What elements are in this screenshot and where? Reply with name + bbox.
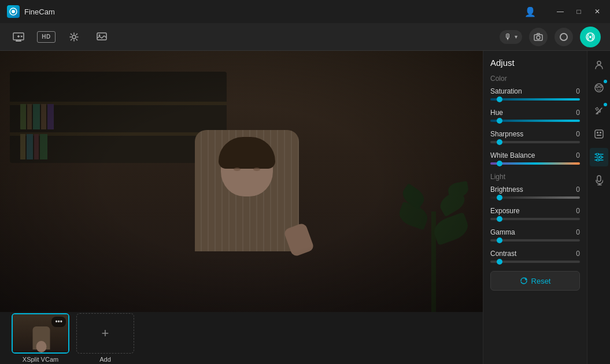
close-button[interactable]: ✕ [591,8,603,16]
wb-thumb[interactable] [497,161,502,166]
brightness-track[interactable] [490,196,580,199]
sharpness-label: Sharpness [490,130,523,138]
mic-chevron: ▾ [515,34,517,40]
svg-point-7 [537,36,540,39]
video-content [0,51,483,312]
svg-point-11 [595,84,603,92]
person [195,124,299,312]
camera-thumb-xsplit[interactable]: ••• [12,313,69,354]
person-head [221,142,273,196]
hue-header: Hue 0 [490,109,580,117]
gamma-value: 0 [576,228,580,236]
video-area: ••• XSplit VCam + Add [0,51,483,364]
gamma-slider-row: Gamma 0 [490,228,580,242]
svg-rect-16 [600,132,601,133]
add-camera-label: Add [99,356,111,363]
sharpness-slider-row: Sharpness 0 [490,130,580,143]
hue-thumb[interactable] [497,118,502,124]
contrast-value: 0 [576,250,580,258]
brightness-slider-row: Brightness 0 [490,185,580,199]
wb-slider-row: White Balance 0 [490,151,580,165]
right-panel: Adjust Color Saturation 0 Hue 0 [483,51,610,364]
camera-item: ••• XSplit VCam [12,313,69,363]
wb-header: White Balance 0 [490,151,580,159]
contrast-header: Contrast 0 [490,250,580,258]
plant-leaf-1 [431,212,471,246]
book [20,134,25,159]
adjust-title: Adjust [490,58,580,68]
wb-label: White Balance [490,151,535,159]
hue-track[interactable] [490,120,580,122]
contrast-slider-row: Contrast 0 [490,250,580,263]
light-section-label: Light [490,173,580,181]
gamma-header: Gamma 0 [490,228,580,236]
svg-point-9 [589,36,591,38]
titlebar-left: FineCam [7,5,55,18]
books-row-1 [20,104,54,129]
svg-rect-15 [597,132,598,133]
person-side-icon[interactable] [590,55,608,74]
book [27,134,33,159]
camera-strip: ••• XSplit VCam + Add [0,312,483,364]
sharpness-thumb[interactable] [497,139,502,145]
wb-track[interactable] [490,162,580,165]
app-logo [7,5,20,18]
record-button[interactable] [554,28,573,46]
titlebar: FineCam 👤 — □ ✕ [0,0,610,23]
brightness-thumb[interactable] [497,195,502,200]
gamma-track[interactable] [490,239,580,242]
thumb-menu-button[interactable]: ••• [51,317,66,327]
virtual-bg-button[interactable] [93,28,111,46]
output-button[interactable] [9,28,28,46]
tools-dot [604,103,607,106]
maximize-button[interactable]: □ [573,8,585,16]
hd-badge[interactable]: HD [37,31,56,43]
book [40,134,47,159]
record-inner [560,33,568,41]
mic-group[interactable]: 🎙 ▾ [500,30,522,44]
svg-point-23 [597,159,599,161]
gamma-label: Gamma [490,228,515,236]
sharpness-track[interactable] [490,141,580,143]
app-title: FineCam [24,8,55,16]
book [34,134,39,159]
adjust-side-icon[interactable] [590,148,608,166]
camera-label-xsplit: XSplit VCam [23,356,58,363]
effects-side-icon[interactable] [590,79,608,97]
saturation-value: 0 [576,87,580,95]
svg-rect-24 [597,176,601,181]
settings-button[interactable] [65,28,83,46]
add-camera-button[interactable]: + [76,313,134,354]
snapshot-button[interactable] [529,28,548,46]
account-icon[interactable]: 👤 [524,6,536,17]
contrast-thumb[interactable] [497,259,502,265]
saturation-header: Saturation 0 [490,87,580,95]
books-row-2 [20,134,47,159]
svg-point-22 [600,156,602,158]
reset-button[interactable]: Reset [490,271,580,291]
reset-icon [520,277,528,285]
color-section-label: Color [490,75,580,83]
saturation-label: Saturation [490,87,522,95]
gamma-thumb[interactable] [497,237,502,243]
exposure-thumb[interactable] [497,216,502,222]
exposure-track[interactable] [490,218,580,220]
main: ••• XSplit VCam + Add Adjust Color Satur… [0,51,610,364]
hue-label: Hue [490,109,503,117]
window-controls: — □ ✕ [554,8,603,16]
stickers-side-icon[interactable] [590,125,608,143]
mic-side-icon[interactable] [590,171,608,190]
svg-point-3 [72,35,76,39]
saturation-slider-row: Saturation 0 [490,87,580,101]
saturation-thumb[interactable] [497,96,502,102]
live-button[interactable] [580,27,601,47]
plant [399,168,468,312]
tools-side-icon[interactable] [590,102,608,120]
contrast-track[interactable] [490,261,580,263]
add-plus-icon: + [102,327,109,340]
saturation-track[interactable] [490,98,580,101]
book [27,104,32,129]
minimize-button[interactable]: — [554,8,566,16]
svg-point-21 [596,153,598,155]
svg-rect-17 [597,135,601,136]
